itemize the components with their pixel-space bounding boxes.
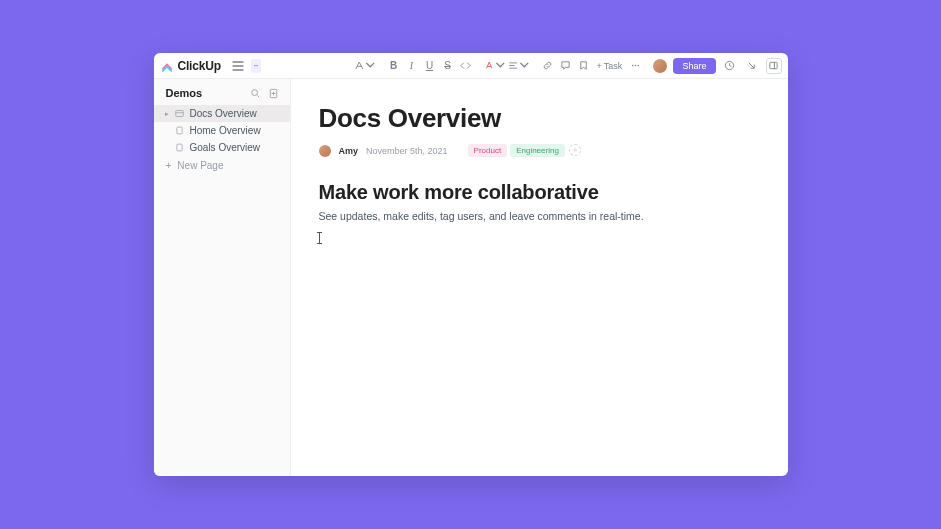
nav-label: Home Overview: [190, 125, 261, 136]
link-button[interactable]: [540, 58, 556, 74]
add-task-button[interactable]: + Task: [594, 61, 626, 71]
sidebar-header: Demos: [154, 79, 290, 105]
add-doc-icon[interactable]: [268, 87, 280, 99]
logo-text: ClickUp: [178, 59, 221, 73]
svg-point-0: [632, 65, 634, 67]
bold-button[interactable]: B: [386, 58, 402, 74]
plus-icon: +: [597, 61, 602, 71]
sidebar-title: Demos: [166, 87, 203, 99]
sidebar-item-docs-overview[interactable]: ▸ Docs Overview: [154, 105, 290, 122]
clickup-logo-icon: [160, 59, 174, 73]
svg-rect-7: [176, 111, 184, 117]
collapse-icon[interactable]: [744, 58, 760, 74]
align-dropdown[interactable]: [508, 58, 530, 74]
section-heading[interactable]: Make work more collaborative: [319, 181, 760, 204]
tag-product[interactable]: Product: [468, 144, 508, 157]
svg-rect-8: [177, 127, 182, 134]
bookmark-button[interactable]: [576, 58, 592, 74]
plus-icon: +: [166, 160, 172, 171]
nav-list: ▸ Docs Overview Home Overview: [154, 105, 290, 156]
sidebar-item-goals-overview[interactable]: Goals Overview: [154, 139, 290, 156]
app-window: ClickUp ·· B I U S: [154, 53, 788, 476]
meta-row: Amy November 5th, 2021 Product Engineeri…: [319, 144, 760, 157]
svg-rect-9: [177, 144, 182, 151]
author-name: Amy: [339, 146, 359, 156]
text-style-dropdown[interactable]: [354, 58, 376, 74]
topbar: ClickUp ·· B I U S: [154, 53, 788, 79]
body-area: Demos ▸ Docs Overview: [154, 79, 788, 476]
logo-area: ClickUp ··: [160, 57, 288, 75]
text-cursor: [319, 232, 320, 244]
tag-list: Product Engineering: [468, 144, 581, 157]
doc-icon: [175, 109, 185, 119]
mode-chip[interactable]: ··: [251, 59, 261, 73]
svg-rect-4: [770, 62, 777, 68]
page-title[interactable]: Docs Overview: [319, 103, 760, 134]
task-label: Task: [604, 61, 623, 71]
svg-point-5: [252, 89, 258, 95]
comment-button[interactable]: [558, 58, 574, 74]
tag-engineering[interactable]: Engineering: [510, 144, 565, 157]
page-icon: [175, 143, 185, 153]
share-button[interactable]: Share: [673, 58, 715, 74]
panel-icon[interactable]: [766, 58, 782, 74]
doc-date: November 5th, 2021: [366, 146, 448, 156]
body-paragraph[interactable]: See updates, make edits, tag users, and …: [319, 210, 760, 222]
italic-button[interactable]: I: [404, 58, 420, 74]
topbar-right: Share: [653, 58, 781, 74]
code-button[interactable]: [458, 58, 474, 74]
svg-point-1: [634, 65, 636, 67]
editor-toolbar: B I U S: [294, 58, 648, 74]
nav-label: Docs Overview: [190, 108, 257, 119]
author-avatar[interactable]: [319, 145, 331, 157]
user-avatar[interactable]: [653, 59, 667, 73]
sidebar: Demos ▸ Docs Overview: [154, 79, 291, 476]
svg-point-2: [637, 65, 639, 67]
nav-label: Goals Overview: [190, 142, 261, 153]
new-page-label: New Page: [177, 160, 223, 171]
underline-button[interactable]: U: [422, 58, 438, 74]
sidebar-item-home-overview[interactable]: Home Overview: [154, 122, 290, 139]
search-icon[interactable]: [250, 87, 262, 99]
page-icon: [175, 126, 185, 136]
caret-icon: ▸: [164, 110, 170, 118]
document-main[interactable]: Docs Overview Amy November 5th, 2021 Pro…: [291, 79, 788, 476]
new-page-button[interactable]: + New Page: [154, 156, 290, 175]
clock-icon[interactable]: [722, 58, 738, 74]
sidebar-toggle-button[interactable]: [229, 57, 247, 75]
text-color-dropdown[interactable]: [484, 58, 506, 74]
more-button[interactable]: [627, 58, 643, 74]
add-tag-button[interactable]: [569, 144, 581, 156]
strikethrough-button[interactable]: S: [440, 58, 456, 74]
